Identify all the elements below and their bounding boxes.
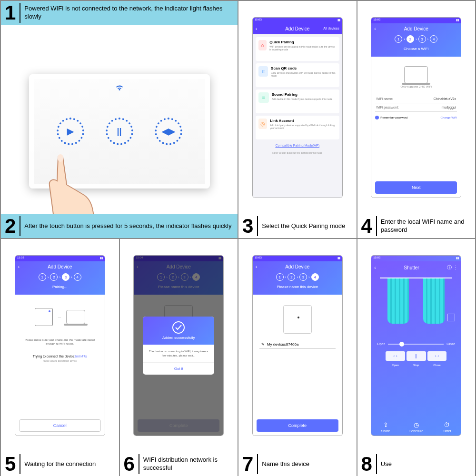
wizard-step-indicator: 4	[74, 273, 81, 281]
wizard-step-indicator: 1	[276, 273, 284, 281]
wizard-step-indicator: 3	[299, 273, 307, 281]
step-text: After the touch button is pressed for 5 …	[24, 222, 234, 230]
change-wifi-link[interactable]: Change WiFi	[441, 116, 457, 119]
pairing-illustration: ⋯	[19, 308, 101, 326]
pairing-mode-card[interactable]: ⌂ Quick PairingWiFi devices can be added…	[256, 37, 339, 61]
screen-title: Add Device	[285, 26, 309, 31]
step-3-caption: 3 Select the Quick Pairing mode	[238, 214, 357, 238]
pairing-mode-card[interactable]: ≡ Sound PairingAdd device in this mode i…	[256, 89, 339, 113]
device-icon	[283, 305, 312, 334]
remember-password-checkbox[interactable]: Remember password	[375, 116, 407, 119]
curtain-illustration	[371, 274, 461, 336]
stop-button[interactable]: ||	[106, 118, 133, 145]
step-1-caption: 1 Powered WIFI is not connected to the n…	[1, 1, 238, 25]
position-slider[interactable]	[388, 344, 444, 345]
phone-screen-8: 15:03▮▮ ‹ Shutter ⓘ ⋮ Open	[371, 255, 461, 436]
wifi-password-field[interactable]: WiFi password: mudpggui	[375, 103, 457, 112]
phone-screen-5: 15:03▮▮ ‹ Add Device 1›2›3›4 Pairing... …	[15, 255, 105, 436]
step-7-caption: 7 Name this device	[238, 452, 357, 476]
step-2-caption: 2 After the touch button is pressed for …	[1, 214, 238, 238]
wifi-name-field[interactable]: WiFi name: ChinaNet-eV2x	[375, 95, 457, 103]
nav-timer[interactable]: ⏱Timer	[443, 421, 451, 433]
edit-icon: ✎	[261, 342, 265, 347]
wizard-step-indicator: 4	[430, 35, 437, 43]
back-icon[interactable]: ‹	[374, 265, 376, 270]
step-6-caption: 6 WIFI distribution network is successfu…	[120, 452, 238, 476]
phone-screen-4: 15:03▮▮ ‹ Add Device 1›2›3›4 Choose a Wi…	[371, 17, 461, 198]
nav-share[interactable]: ⇪Share	[381, 421, 390, 433]
step-number: 2	[5, 216, 20, 236]
info-icon[interactable]: ⓘ	[447, 265, 452, 270]
svg-point-0	[58, 154, 63, 162]
back-icon[interactable]: ‹	[256, 26, 257, 31]
step-4-caption: 4 Enter the local WIFI name and password	[357, 214, 476, 238]
screen-title: Shutter	[404, 265, 419, 270]
compatible-mode-link[interactable]: Compatible Pairing Mode(AP)	[256, 144, 339, 147]
nav-schedule[interactable]: ◷Schedule	[409, 421, 423, 433]
complete-button[interactable]: Complete	[257, 419, 338, 432]
wizard-step-indicator: 3	[62, 273, 69, 281]
phone-screen-6: 15:04▮▮ ‹ Add Device 1›2›3›4 Please name…	[133, 255, 224, 436]
got-it-button[interactable]: Got it	[143, 362, 214, 375]
all-devices-link[interactable]: All devices	[323, 27, 339, 30]
wizard-step-indicator: 3	[418, 35, 426, 43]
phone-screen-3: 15:03▮▮ ‹ Add Device All devices ⌂ Quick…	[252, 17, 343, 198]
pairing-mode-card[interactable]: ⌗ Scan QR codeGSM devices and devices wi…	[256, 63, 339, 87]
close-button[interactable]: ◀▶	[155, 118, 182, 145]
wizard-step-indicator: 2	[50, 273, 58, 281]
wizard-step-indicator: 1	[39, 273, 46, 281]
laptop-icon	[404, 66, 428, 83]
next-button[interactable]: Next	[375, 181, 457, 194]
svg-point-1	[173, 322, 184, 333]
modal-overlay: Added successfully The device is connect…	[134, 256, 223, 436]
step-5-caption: 5 Waiting for the connection	[1, 452, 119, 476]
step-number: 1	[5, 3, 20, 23]
wizard-step-indicator: 4	[311, 273, 319, 281]
stop-control-button[interactable]: ||	[407, 351, 426, 361]
wifi-icon	[115, 84, 124, 94]
modal-body: The device is connecting to WIFI, it may…	[143, 345, 214, 362]
phone-screen-7: 15:03▮▮ ‹ Add Device 1›2›3›4 Please name…	[252, 255, 343, 436]
back-icon[interactable]: ‹	[374, 26, 376, 31]
step-8-caption: 8 Use	[357, 452, 476, 476]
menu-icon[interactable]: ⋮	[453, 265, 458, 270]
cancel-button[interactable]: Cancel	[19, 419, 101, 432]
wizard-step-indicator: 2	[407, 35, 414, 43]
close-control-button[interactable]: › ‹	[427, 351, 447, 361]
modal-title: Added successfully	[162, 336, 195, 340]
wizard-step-indicator: 2	[288, 273, 295, 281]
open-button[interactable]: ▶	[57, 118, 84, 145]
open-control-button[interactable]: ‹ ›	[386, 351, 405, 361]
switch-panel-illustration: ▶ || ◀▶	[1, 25, 238, 238]
pairing-mode-card[interactable]: ◎ Link AccountAdd third party devices su…	[256, 116, 339, 139]
step-text: Powered WIFI is not connected to the net…	[24, 5, 234, 21]
device-name-field[interactable]: ✎ My devices87466a	[259, 340, 336, 349]
wizard-step-indicator: 1	[395, 35, 402, 43]
